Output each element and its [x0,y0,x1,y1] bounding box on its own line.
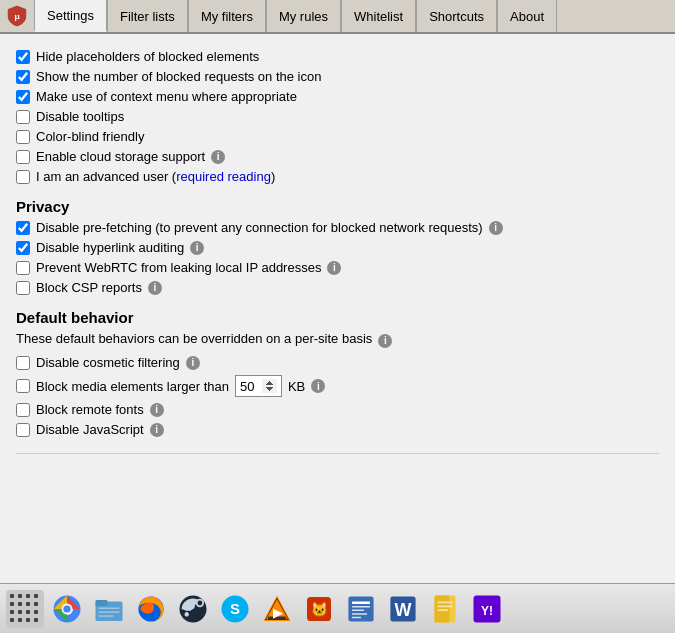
privacy-section: Privacy Disable pre-fetching (to prevent… [16,198,659,295]
required-reading-link[interactable]: required reading [176,169,271,184]
block-remote-fonts-info-icon[interactable]: i [150,403,164,417]
disable-prefetching-label[interactable]: Disable pre-fetching (to prevent any con… [36,220,483,235]
cloud-storage-label[interactable]: Enable cloud storage support [36,149,205,164]
prevent-webrtc-label[interactable]: Prevent WebRTC from leaking local IP add… [36,260,321,275]
block-media-info-icon[interactable]: i [311,379,325,393]
block-media-row: Block media elements larger than KB i [16,375,659,397]
svg-rect-24 [352,606,370,608]
tab-shortcuts[interactable]: Shortcuts [416,0,497,32]
disable-hyperlink-auditing-row: Disable hyperlink auditing i [16,240,659,255]
disable-javascript-label[interactable]: Disable JavaScript [36,422,144,437]
hide-placeholders-checkbox[interactable] [16,50,30,64]
taskbar-app7[interactable]: 🐱 [300,590,338,628]
section-description-row: These default behaviors can be overridde… [16,331,659,350]
color-blind-row: Color-blind friendly [16,129,659,144]
svg-point-13 [198,600,203,605]
advanced-user-text-before: I am an advanced user ( [36,169,176,184]
taskbar-skype[interactable]: S [216,590,254,628]
tab-my-rules[interactable]: My rules [266,0,341,32]
taskbar-yahoo[interactable]: Y! [468,590,506,628]
hide-placeholders-row: Hide placeholders of blocked elements [16,49,659,64]
cloud-storage-row: Enable cloud storage support i [16,149,659,164]
disable-prefetching-info-icon[interactable]: i [489,221,503,235]
block-remote-fonts-checkbox[interactable] [16,403,30,417]
svg-point-4 [63,605,70,612]
advanced-user-checkbox[interactable] [16,170,30,184]
disable-hyperlink-auditing-checkbox[interactable] [16,241,30,255]
tab-settings[interactable]: Settings [34,0,107,32]
disable-cosmetic-info-icon[interactable]: i [186,356,200,370]
block-remote-fonts-row: Block remote fonts i [16,402,659,417]
taskbar-vlc[interactable]: ▶ [258,590,296,628]
block-media-number-wrapper [235,375,282,397]
block-csp-reports-checkbox[interactable] [16,281,30,295]
taskbar-app10[interactable] [426,590,464,628]
block-media-size-input[interactable] [236,376,281,396]
content-divider [16,453,659,454]
disable-javascript-row: Disable JavaScript i [16,422,659,437]
block-csp-reports-info-icon[interactable]: i [148,281,162,295]
svg-rect-31 [435,595,450,622]
disable-cosmetic-row: Disable cosmetic filtering i [16,355,659,370]
taskbar-firefox[interactable] [132,590,170,628]
tab-about[interactable]: About [497,0,557,32]
taskbar-app9[interactable]: W [384,590,422,628]
svg-rect-32 [438,601,453,603]
tab-whitelist[interactable]: Whitelist [341,0,416,32]
context-menu-checkbox[interactable] [16,90,30,104]
tab-bar: μ Settings Filter lists My filters My ru… [0,0,675,34]
prevent-webrtc-row: Prevent WebRTC from leaking local IP add… [16,260,659,275]
taskbar-file-manager[interactable] [90,590,128,628]
disable-tooltips-checkbox[interactable] [16,110,30,124]
advanced-user-row: I am an advanced user (required reading) [16,169,659,184]
block-media-label[interactable]: Block media elements larger than [36,379,229,394]
taskbar: S ▶ 🐱 W [0,583,675,633]
svg-rect-23 [352,601,370,603]
taskbar-apps-grid[interactable] [6,590,44,628]
tab-my-filters[interactable]: My filters [188,0,266,32]
block-media-checkbox[interactable] [16,379,30,393]
show-blocked-count-checkbox[interactable] [16,70,30,84]
extension-logo: μ [0,0,34,32]
general-options-group: Hide placeholders of blocked elements Sh… [16,49,659,184]
cloud-storage-info-icon[interactable]: i [211,150,225,164]
disable-hyperlink-auditing-info-icon[interactable]: i [190,241,204,255]
disable-tooltips-row: Disable tooltips [16,109,659,124]
apps-grid-icon [10,594,40,624]
hide-placeholders-label[interactable]: Hide placeholders of blocked elements [36,49,259,64]
svg-rect-8 [99,611,120,613]
settings-content: Hide placeholders of blocked elements Sh… [0,34,675,583]
block-remote-fonts-label[interactable]: Block remote fonts [36,402,144,417]
cloud-storage-checkbox[interactable] [16,150,30,164]
disable-javascript-info-icon[interactable]: i [150,423,164,437]
taskbar-app8[interactable] [342,590,380,628]
tab-filter-lists[interactable]: Filter lists [107,0,188,32]
color-blind-label[interactable]: Color-blind friendly [36,129,144,144]
color-blind-checkbox[interactable] [16,130,30,144]
section-description-info-icon[interactable]: i [378,334,392,348]
disable-hyperlink-auditing-label[interactable]: Disable hyperlink auditing [36,240,184,255]
block-csp-reports-label[interactable]: Block CSP reports [36,280,142,295]
disable-tooltips-label[interactable]: Disable tooltips [36,109,124,124]
show-blocked-count-label[interactable]: Show the number of blocked requests on t… [36,69,321,84]
svg-text:S: S [230,600,240,617]
section-description: These default behaviors can be overridde… [16,331,372,346]
prevent-webrtc-info-icon[interactable]: i [327,261,341,275]
svg-text:μ: μ [14,11,20,21]
taskbar-chromium[interactable] [48,590,86,628]
disable-cosmetic-checkbox[interactable] [16,356,30,370]
taskbar-steam[interactable] [174,590,212,628]
disable-javascript-checkbox[interactable] [16,423,30,437]
disable-prefetching-checkbox[interactable] [16,221,30,235]
disable-prefetching-row: Disable pre-fetching (to prevent any con… [16,220,659,235]
privacy-section-header: Privacy [16,198,659,215]
context-menu-label[interactable]: Make use of context menu where appropria… [36,89,297,104]
svg-text:Y!: Y! [481,604,493,618]
svg-rect-6 [96,600,108,606]
prevent-webrtc-checkbox[interactable] [16,261,30,275]
default-behavior-section-header: Default behavior [16,309,659,326]
disable-cosmetic-label[interactable]: Disable cosmetic filtering [36,355,180,370]
block-csp-reports-row: Block CSP reports i [16,280,659,295]
advanced-user-label: I am an advanced user (required reading) [36,169,275,184]
svg-rect-33 [438,605,453,607]
